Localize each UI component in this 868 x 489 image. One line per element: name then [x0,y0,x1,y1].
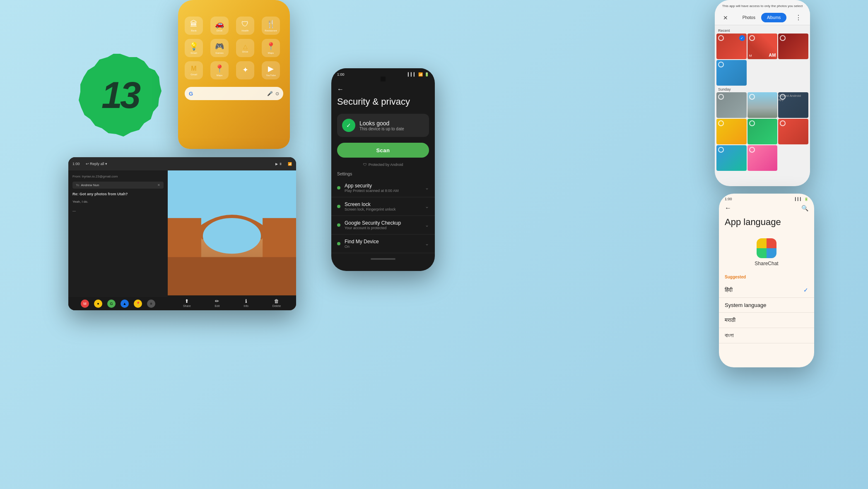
photos-close-button[interactable]: ✕ [723,14,728,21]
app-smart[interactable]: 💡Smart [185,39,203,57]
edit-btn[interactable]: ✏ Edit [215,298,219,307]
share-btn[interactable]: ⬆ Share [183,298,191,307]
app-pin[interactable]: 📍Maps [210,61,229,79]
security-time: 1:00 [337,72,345,77]
appsecurity-dot [337,186,340,189]
lang-suggested-label: Suggested [719,273,814,283]
email-subject: Re: Got any photos from Utah? [72,192,164,196]
tablet-app-dock: M ● G ▲ 📍 ≡ [68,297,168,310]
security-settings-label: Settings [331,172,435,179]
photo-1[interactable]: ✓ [716,34,747,59]
screenlock-title: Screen lock [345,201,421,207]
app-bank[interactable]: 🏛Bank [185,17,203,35]
checkup-subtitle: Your account is protected [345,226,421,230]
phone-photos: This app will have access to only the ph… [715,0,810,186]
photos-more-button[interactable]: ⋮ [795,14,802,22]
tablet-wifi-icon: 📶 [288,162,292,166]
lang-signal-icon: ▎▎▎ [795,197,803,201]
tablet-signal-icon: ▶ ⏸ [275,162,282,166]
email-body: Yeah, I do.— [72,199,164,213]
photo-select-2 [749,35,755,41]
homescreen-search[interactable]: G 🎤 ⊙ [185,87,283,100]
signal-icon: ▎▎▎ [408,72,417,77]
lang-search-button[interactable]: 🔍 [801,205,808,211]
tablet-email-panel: From: tryrian.io.23@gmail.com To Andrew … [68,170,168,310]
app-games[interactable]: 🎮Games [210,39,229,57]
app-health[interactable]: 🛡Health [236,17,254,35]
photo-9[interactable] [747,119,778,144]
protected-label: 🛡 Protected by Android [331,163,435,167]
tab-photos[interactable]: Photos [737,13,761,22]
photo-4[interactable] [716,60,747,86]
info-btn[interactable]: ℹ Info [244,298,248,307]
lang-battery-icon: 🔋 [804,197,808,201]
photos-tabs: Photos Albums [737,13,787,22]
android13-badge: 13 [79,54,162,137]
lang-item-bengali[interactable]: বাংলা [719,328,814,343]
chrome-dock-icon[interactable]: ● [94,300,102,308]
tablet: 1:00 ↩ Reply all ▾ ▶ ⏸ 📶 From: tryrian.i… [68,157,296,310]
maps-dock-icon[interactable]: 📍 [134,300,142,308]
tablet-photo-panel: ⬆ Share ✏ Edit ℹ Info 🗑 Delete [168,170,296,310]
photo-7[interactable]: Copied Android app [778,92,808,118]
google-logo: G [189,91,193,97]
checkup-title: Google Security Checkup [345,220,421,226]
app-restaurant[interactable]: 🍴Restaurant [262,17,280,35]
android-shield-icon: 🛡 [363,163,367,167]
google-dock-icon[interactable]: G [107,300,116,308]
appsecurity-chevron: ⌄ [425,185,429,191]
security-item-screenlock[interactable]: Screen lock Screen lock, Fingerprint unl… [331,197,435,216]
appsecurity-title: App security [345,183,421,189]
drive-dock-icon[interactable]: ▲ [121,300,129,308]
lang-item-hindi[interactable]: हिंदी ✓ [719,283,814,298]
photo-8[interactable] [716,119,747,144]
photo-10[interactable] [778,119,808,144]
tab-albums[interactable]: Albums [761,13,786,22]
photo-3[interactable] [778,34,808,59]
lang-statusbar: 1:00 ▎▎▎ 🔋 [719,194,814,204]
security-item-findmydevice[interactable]: Find My Device On ⌄ [331,235,435,253]
security-item-appsecurity[interactable]: App security Play Protect scanned at 8:0… [331,179,435,197]
scan-button[interactable]: Scan [337,143,429,158]
app-maps[interactable]: 📍Maps [262,39,280,57]
app-drive[interactable]: 🚗Drive [210,17,229,35]
app-youtube[interactable]: ▶YouTube [262,61,280,79]
app-gmail[interactable]: MGmail [185,61,203,79]
security-up-to-date: This device is up to date [359,127,404,131]
photo-6[interactable] [747,92,778,118]
sharechat-logo [757,238,776,258]
lang-marathi-text: मराठी [725,317,735,324]
lang-item-system[interactable]: System language [719,298,814,313]
app-maps-alt[interactable]: △Drive [236,39,254,57]
photo-select-10 [780,120,786,126]
delete-btn[interactable]: 🗑 Delete [272,298,281,307]
gmail-dock-icon[interactable]: M [81,300,89,308]
photo-12[interactable] [747,145,778,171]
more-dock-icon[interactable]: ≡ [147,300,155,308]
findmydevice-title: Find My Device [345,239,421,244]
security-item-checkup[interactable]: Google Security Checkup Your account is … [331,216,435,235]
email-to-field[interactable]: To Andrew Nun ✕ [72,182,164,189]
lang-back-button[interactable]: ← [725,204,731,212]
screenlock-subtitle: Screen lock, Fingerprint unlock [345,207,421,211]
security-statusbar: 1:00 ▎▎▎ 📶 🔋 [331,68,435,77]
app-pinwheel[interactable]: ✦ [236,61,254,79]
email-recipient: Andrew Nun [81,183,99,187]
lang-item-marathi[interactable]: मराठी [719,313,814,328]
security-back-button[interactable]: ← [331,82,435,96]
appsecurity-subtitle: Play Protect scanned at 8:00 AM [345,189,421,193]
sunday-photos-grid: Copied Android app [716,92,808,171]
photo-2[interactable]: MAM [747,34,778,59]
photos-header: This app will have access to only the ph… [715,0,810,25]
camera-notch [381,77,386,82]
lens-icon[interactable]: ⊙ [275,91,279,96]
security-looks-good: Looks good [359,120,404,127]
security-good-icon: ✓ [342,119,355,132]
photo-5[interactable] [716,92,747,118]
screenlock-chevron: ⌄ [425,204,429,209]
mic-icon[interactable]: 🎤 [267,91,273,96]
security-status-card: ✓ Looks good This device is up to date [337,114,429,137]
photo-11[interactable] [716,145,747,171]
photo-select-6 [749,94,755,100]
screenlock-dot [337,205,340,208]
